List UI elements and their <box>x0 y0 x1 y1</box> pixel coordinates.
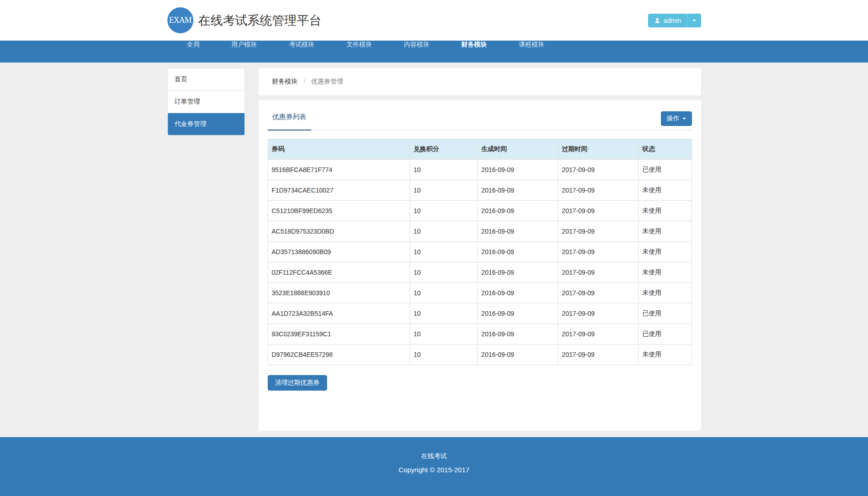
nav-item: 全局 <box>171 41 216 49</box>
coupon-table: 券码兑换积分生成时间过期时间状态 9516BFCA8E71F774102016-… <box>268 139 692 365</box>
sidebar-list-entry: 首页 <box>168 68 244 91</box>
sidebar-item[interactable]: 首页 <box>168 68 244 91</box>
footer-site-name: 在线考试 <box>0 452 868 460</box>
column-header: 兑换积分 <box>410 139 478 160</box>
nav-item: 财务模块 <box>446 41 503 49</box>
expire-date-cell: 2017-09-09 <box>558 242 639 262</box>
table-row: 3523E1888E903910102016-09-092017-09-09未使… <box>268 283 691 303</box>
expire-date-cell: 2017-09-09 <box>558 283 639 303</box>
points-cell: 10 <box>410 303 478 324</box>
user-icon <box>654 17 660 24</box>
nav-item: 用户模块 <box>216 41 273 49</box>
main-nav: 全局用户模块考试模块文件模块内容模块财务模块课程模块 <box>0 41 868 63</box>
coupon-code-cell: AD35713886090B09 <box>268 242 410 262</box>
nav-item: 内容模块 <box>388 41 446 49</box>
expire-date-cell: 2017-09-09 <box>558 201 639 221</box>
nav-item-link[interactable]: 课程模块 <box>503 41 561 49</box>
action-button-label: 操作 <box>667 115 680 123</box>
table-row: AA1D723A32B514FA102016-09-092017-09-09已使… <box>268 303 691 324</box>
user-button[interactable]: admin <box>648 14 687 27</box>
clear-expired-button[interactable]: 清理过期优惠券 <box>268 375 327 391</box>
coupon-code-cell: AC518D975323D0BD <box>268 221 410 242</box>
caret-down-icon <box>682 118 686 120</box>
expire-date-cell: 2017-09-09 <box>558 180 639 201</box>
main-content: 财务模块 / 优惠券管理 优惠券列表 操作 券码兑换 <box>259 68 701 431</box>
app-header: EXAM 在线考试系统管理平台 admin <box>0 0 868 41</box>
nav-item-link[interactable]: 用户模块 <box>216 41 273 49</box>
table-header-row: 券码兑换积分生成时间过期时间状态 <box>268 139 691 160</box>
breadcrumb-item-finance-module[interactable]: 财务模块 <box>272 78 298 85</box>
nav-item-link[interactable]: 文件模块 <box>331 41 388 49</box>
points-cell: 10 <box>410 180 478 201</box>
footer-copyright: Copyright © 2015-2017 <box>0 466 868 474</box>
table-row: AC518D975323D0BD102016-09-092017-09-09未使… <box>268 221 691 242</box>
points-cell: 10 <box>410 262 478 283</box>
created-date-cell: 2016-09-09 <box>478 242 558 262</box>
created-date-cell: 2016-09-09 <box>478 201 558 221</box>
user-dropdown-toggle[interactable] <box>687 14 701 27</box>
nav-list: 全局用户模块考试模块文件模块内容模块财务模块课程模块 <box>167 41 701 49</box>
nav-item-link[interactable]: 全局 <box>171 41 216 49</box>
expire-date-cell: 2017-09-09 <box>558 324 639 345</box>
created-date-cell: 2016-09-09 <box>478 345 558 365</box>
created-date-cell: 2016-09-09 <box>478 303 558 324</box>
expire-date-cell: 2017-09-09 <box>558 221 639 242</box>
column-header: 状态 <box>639 139 691 160</box>
nav-item-link[interactable]: 内容模块 <box>388 41 446 49</box>
sidebar-list-entry: 订单管理 <box>168 91 244 113</box>
points-cell: 10 <box>410 345 478 365</box>
status-cell: 已使用 <box>639 303 691 324</box>
table-row: AD35713886090B09102016-09-092017-09-09未使… <box>268 242 691 262</box>
user-menu: admin <box>648 14 701 27</box>
status-cell: 已使用 <box>639 160 691 180</box>
tab-coupon-list[interactable]: 优惠券列表 <box>268 113 311 131</box>
points-cell: 10 <box>410 201 478 221</box>
caret-down-icon <box>692 20 696 21</box>
created-date-cell: 2016-09-09 <box>478 160 558 180</box>
created-date-cell: 2016-09-09 <box>478 262 558 283</box>
status-cell: 未使用 <box>639 221 691 242</box>
expire-date-cell: 2017-09-09 <box>558 345 639 365</box>
sidebar-list-entry: 代金券管理 <box>168 113 244 135</box>
expire-date-cell: 2017-09-09 <box>558 160 639 180</box>
coupon-code-cell: 3523E1888E903910 <box>268 283 410 303</box>
content-area: 首页订单管理代金券管理 财务模块 / 优惠券管理 优惠券列表 操作 <box>0 63 868 437</box>
points-cell: 10 <box>410 160 478 180</box>
created-date-cell: 2016-09-09 <box>478 180 558 201</box>
exam-logo: EXAM <box>167 7 193 33</box>
user-button-label: admin <box>664 17 681 24</box>
coupon-code-cell: 93C0239EF31159C1 <box>268 324 410 345</box>
points-cell: 10 <box>410 242 478 262</box>
breadcrumb: 财务模块 / 优惠券管理 <box>259 68 701 95</box>
panel-header: 优惠券列表 操作 <box>268 111 692 131</box>
sidebar-item[interactable]: 代金券管理 <box>168 113 244 135</box>
coupon-code-cell: D97962CB4EE57298 <box>268 345 410 365</box>
coupon-code-cell: F1D9734CAEC10027 <box>268 180 410 201</box>
column-header: 券码 <box>268 139 410 160</box>
status-cell: 未使用 <box>639 345 691 365</box>
column-header: 过期时间 <box>558 139 639 160</box>
table-row: 93C0239EF31159C1102016-09-092017-09-09已使… <box>268 324 691 345</box>
nav-item-link[interactable]: 考试模块 <box>273 41 331 49</box>
brand: EXAM 在线考试系统管理平台 <box>167 7 322 33</box>
nav-item-link[interactable]: 财务模块 <box>446 41 503 49</box>
table-row: D97962CB4EE57298102016-09-092017-09-09未使… <box>268 345 691 365</box>
coupon-code-cell: AA1D723A32B514FA <box>268 303 410 324</box>
created-date-cell: 2016-09-09 <box>478 324 558 345</box>
nav-item: 文件模块 <box>331 41 388 49</box>
status-cell: 未使用 <box>639 242 691 262</box>
points-cell: 10 <box>410 283 478 303</box>
status-cell: 未使用 <box>639 201 691 221</box>
app-footer: 在线考试 Copyright © 2015-2017 <box>0 437 868 496</box>
nav-item: 课程模块 <box>503 41 561 49</box>
action-dropdown-button[interactable]: 操作 <box>661 111 692 126</box>
status-cell: 未使用 <box>639 283 691 303</box>
status-cell: 未使用 <box>639 262 691 283</box>
breadcrumb-separator: / <box>303 78 305 85</box>
created-date-cell: 2016-09-09 <box>478 221 558 242</box>
sidebar: 首页订单管理代金券管理 <box>167 68 245 136</box>
sidebar-item[interactable]: 订单管理 <box>168 91 244 113</box>
table-row: C51210BF99ED6235102016-09-092017-09-09未使… <box>268 201 691 221</box>
sidebar-list: 首页订单管理代金券管理 <box>168 68 244 135</box>
coupon-code-cell: 9516BFCA8E71F774 <box>268 160 410 180</box>
